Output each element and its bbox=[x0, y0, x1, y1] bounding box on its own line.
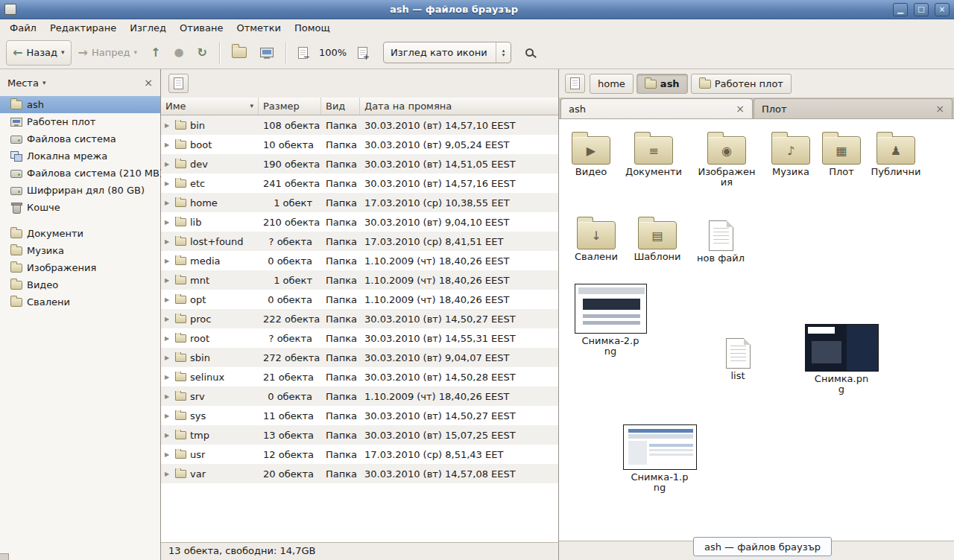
tab[interactable]: Плот × bbox=[754, 98, 953, 118]
expander-icon[interactable]: ▶ bbox=[165, 258, 173, 264]
menu-item[interactable]: Файл bbox=[3, 19, 43, 36]
sidebar-item[interactable]: Свалени bbox=[0, 293, 160, 311]
table-row[interactable]: ▶ boot 10 обекта Папка 30.03.2010 (вт) 9… bbox=[161, 135, 558, 154]
file-item[interactable]: ◉ Изображения bbox=[697, 131, 756, 188]
up-button[interactable]: ↑ bbox=[144, 40, 167, 66]
expander-icon[interactable]: ▶ bbox=[165, 122, 173, 129]
places-caret-icon[interactable]: ▾ bbox=[42, 80, 46, 86]
zoom-in-button[interactable] bbox=[351, 40, 374, 66]
file-item[interactable]: Снимка-2.png bbox=[572, 282, 649, 357]
expander-icon[interactable]: ▶ bbox=[165, 200, 173, 206]
expander-icon[interactable]: ▶ bbox=[165, 374, 173, 381]
places-close-icon[interactable]: × bbox=[144, 77, 153, 88]
path-button[interactable]: Работен плот bbox=[691, 74, 792, 94]
menu-item[interactable]: Редактиране bbox=[43, 19, 123, 36]
column-header-name[interactable]: Име ▾ bbox=[161, 98, 259, 115]
table-row[interactable]: ▶ usr 12 обекта Папка 17.03.2010 (ср) 8,… bbox=[161, 445, 558, 464]
expander-icon[interactable]: ▶ bbox=[165, 335, 173, 342]
table-row[interactable]: ▶ media 0 обекта Папка 1.10.2009 (чт) 18… bbox=[161, 251, 558, 270]
file-item[interactable]: ▶ Видео bbox=[560, 131, 622, 177]
sidebar-item[interactable]: Работен плот bbox=[0, 113, 160, 130]
expander-icon[interactable]: ▶ bbox=[165, 471, 173, 477]
expander-icon[interactable]: ▶ bbox=[165, 413, 173, 419]
sidebar-item[interactable]: Локална мрежа bbox=[0, 147, 160, 165]
expander-icon[interactable]: ▶ bbox=[165, 161, 173, 168]
combo-spinner-icon[interactable]: ▴ ▾ bbox=[496, 42, 511, 63]
table-row[interactable]: ▶ lib 210 обекта Папка 30.03.2010 (вт) 9… bbox=[161, 212, 558, 232]
menu-item[interactable]: Отметки bbox=[230, 19, 287, 36]
reload-button[interactable]: ↻ bbox=[190, 40, 213, 66]
table-row[interactable]: ▶ proc 222 обекта Папка 30.03.2010 (вт) … bbox=[161, 309, 558, 328]
path-button[interactable]: home bbox=[590, 74, 634, 94]
file-item[interactable]: ♟ Публични bbox=[865, 131, 927, 177]
tab[interactable]: ash × bbox=[560, 98, 753, 118]
sidebar-item[interactable]: Кошче bbox=[0, 199, 160, 216]
file-item[interactable]: нов файл bbox=[689, 216, 752, 264]
pathbar-toggle-button[interactable] bbox=[565, 74, 585, 93]
sidebar-item[interactable]: Файлова система (210 MB) bbox=[0, 165, 160, 182]
table-row[interactable]: ▶ home 1 обект Папка 17.03.2010 (ср) 10,… bbox=[161, 193, 558, 212]
file-item[interactable]: ▦ Плот bbox=[810, 131, 873, 177]
column-header-date[interactable]: Дата на промяна bbox=[360, 98, 558, 115]
table-row[interactable]: ▶ opt 0 обекта Папка 1.10.2009 (чт) 18,4… bbox=[161, 290, 558, 309]
expander-icon[interactable]: ▶ bbox=[165, 354, 173, 361]
expander-icon[interactable]: ▶ bbox=[165, 141, 173, 148]
back-dropdown-icon[interactable]: ▾ bbox=[61, 49, 65, 56]
table-row[interactable]: ▶ lost+found ? обекта Папка 17.03.2010 (… bbox=[161, 232, 558, 251]
minimize-button[interactable]: ▁ bbox=[893, 3, 908, 16]
expander-icon[interactable]: ▶ bbox=[165, 451, 173, 458]
forward-button[interactable]: → Напред ▾ bbox=[72, 40, 144, 66]
table-row[interactable]: ▶ var 20 обекта Папка 30.03.2010 (вт) 14… bbox=[161, 464, 558, 483]
tab-close-icon[interactable]: × bbox=[736, 104, 745, 114]
zoom-out-button[interactable] bbox=[291, 40, 315, 66]
sidebar-item[interactable]: Музика bbox=[0, 242, 160, 259]
file-item[interactable]: Снимка.png bbox=[802, 322, 881, 395]
table-row[interactable]: ▶ etc 241 обекта Папка 30.03.2010 (вт) 1… bbox=[161, 174, 558, 193]
file-item[interactable]: list bbox=[707, 334, 769, 381]
sidebar-item[interactable]: Изображения bbox=[0, 259, 160, 276]
expander-icon[interactable]: ▶ bbox=[165, 393, 173, 400]
sidebar-item[interactable]: Видео bbox=[0, 276, 160, 293]
table-row[interactable]: ▶ sys 11 обекта Папка 30.03.2010 (вт) 14… bbox=[161, 406, 558, 425]
sidebar-item[interactable]: Документи bbox=[0, 225, 160, 242]
stop-button[interactable]: ● bbox=[167, 40, 190, 66]
expander-icon[interactable]: ▶ bbox=[165, 296, 173, 303]
search-button[interactable] bbox=[519, 40, 540, 66]
table-row[interactable]: ▶ bin 108 обекта Папка 30.03.2010 (вт) 1… bbox=[161, 115, 558, 135]
sort-indicator-icon[interactable]: ▾ bbox=[250, 103, 253, 109]
back-button[interactable]: ← Назад ▾ bbox=[6, 40, 72, 66]
table-row[interactable]: ▶ sbin 272 обекта Папка 30.03.2010 (вт) … bbox=[161, 348, 558, 367]
view-mode-select[interactable]: Изглед като икони ▴ ▾ bbox=[383, 42, 511, 63]
file-item[interactable]: ↓ Свалени bbox=[565, 216, 628, 262]
table-row[interactable]: ▶ selinux 21 обекта Папка 30.03.2010 (вт… bbox=[161, 367, 558, 386]
menu-item[interactable]: Изглед bbox=[123, 19, 173, 36]
table-row[interactable]: ▶ mnt 1 обект Папка 1.10.2009 (чт) 18,40… bbox=[161, 270, 558, 290]
computer-button[interactable] bbox=[253, 40, 280, 66]
sidebar-item[interactable]: Файлова система bbox=[0, 130, 160, 147]
tab-close-icon[interactable]: × bbox=[935, 104, 944, 114]
path-button[interactable]: ash bbox=[636, 74, 688, 94]
sidebar-item[interactable] bbox=[0, 216, 160, 225]
table-row[interactable]: ▶ srv 0 обекта Папка 1.10.2009 (чт) 18,4… bbox=[161, 386, 558, 406]
menu-item[interactable]: Помощ bbox=[288, 19, 337, 36]
column-header-size[interactable]: Размер bbox=[259, 98, 321, 115]
sidebar-item[interactable]: ash bbox=[0, 96, 160, 113]
column-header-type[interactable]: Вид bbox=[321, 98, 360, 115]
home-button[interactable] bbox=[225, 40, 253, 66]
table-row[interactable]: ▶ dev 190 обекта Папка 30.03.2010 (вт) 1… bbox=[161, 154, 558, 174]
close-button[interactable]: × bbox=[935, 3, 950, 16]
sidebar-item[interactable]: Шифриран дял (80 GB) bbox=[0, 182, 160, 199]
expander-icon[interactable]: ▶ bbox=[165, 316, 173, 322]
location-toggle-button[interactable] bbox=[168, 74, 189, 93]
table-row[interactable]: ▶ tmp 13 обекта Папка 30.03.2010 (вт) 15… bbox=[161, 425, 558, 445]
expander-icon[interactable]: ▶ bbox=[165, 238, 173, 245]
file-item[interactable]: ▤ Шаблони bbox=[626, 216, 689, 262]
expander-icon[interactable]: ▶ bbox=[165, 432, 173, 439]
table-row[interactable]: ▶ root ? обекта Папка 30.03.2010 (вт) 14… bbox=[161, 328, 558, 348]
maximize-button[interactable]: □ bbox=[914, 3, 929, 16]
menu-item[interactable]: Отиване bbox=[173, 19, 230, 36]
expander-icon[interactable]: ▶ bbox=[165, 180, 173, 187]
expander-icon[interactable]: ▶ bbox=[165, 277, 173, 284]
expander-icon[interactable]: ▶ bbox=[165, 219, 173, 226]
file-item[interactable]: Снимка-1.png bbox=[620, 423, 699, 493]
